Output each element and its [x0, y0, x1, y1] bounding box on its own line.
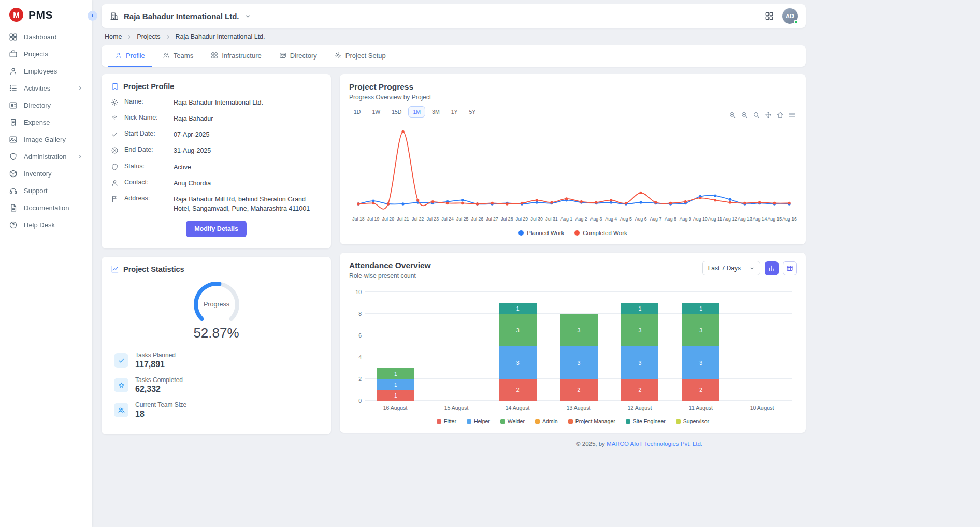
legend-fitter[interactable]: Fitter	[437, 418, 456, 424]
employees-icon	[9, 67, 18, 76]
pan-icon[interactable]	[765, 111, 772, 119]
modify-details-button[interactable]: Modify Details	[186, 221, 247, 237]
home-icon[interactable]	[776, 111, 784, 119]
legend-admin[interactable]: Admin	[535, 418, 558, 424]
sidebar-item-label: Image Gallery	[24, 136, 66, 143]
zoom-out-icon[interactable]	[741, 111, 748, 119]
avatar[interactable]: AD	[782, 8, 798, 24]
range-1y-button[interactable]: 1Y	[446, 106, 463, 118]
sidebar-item-label: Activities	[24, 84, 50, 92]
bar-12-august: 2331	[609, 292, 670, 401]
date-range-select[interactable]: Last 7 Days	[702, 261, 760, 275]
sidebar-item-expense[interactable]: Expense	[0, 114, 92, 131]
sidebar-item-projects[interactable]: Projects	[0, 46, 92, 63]
chart-line-icon	[111, 265, 119, 273]
inventory-icon	[9, 169, 18, 178]
x-circle-icon	[111, 147, 119, 154]
tab-project-setup[interactable]: Project Setup	[327, 45, 393, 67]
field-value: Anuj Chordia	[174, 179, 322, 188]
bar-segment-welder[interactable]: 3	[621, 314, 658, 346]
sidebar-item-activities[interactable]: Activities	[0, 80, 92, 97]
svg-text:Aug 7: Aug 7	[650, 216, 661, 222]
field-label: Address:	[124, 195, 168, 202]
tab-infrastructure[interactable]: Infrastructure	[204, 45, 269, 67]
app-name: PMS	[28, 9, 53, 21]
bar-segment-welder[interactable]: 1	[377, 368, 414, 379]
sidebar-item-dashboard[interactable]: Dashboard	[0, 28, 92, 46]
legend-site-engineer[interactable]: Site Engineer	[626, 418, 666, 424]
bar-segment-welder[interactable]: 3	[499, 314, 537, 346]
range-1m-button[interactable]: 1M	[408, 106, 425, 118]
sidebar-item-administration[interactable]: Administration	[0, 148, 92, 165]
sidebar-item-directory[interactable]: Directory	[0, 97, 92, 114]
bar-segment-fitter[interactable]: 2	[560, 379, 598, 401]
sidebar-item-employees[interactable]: Employees	[0, 63, 92, 80]
sidebar-item-image-gallery[interactable]: Image Gallery	[0, 131, 92, 148]
breadcrumb-item-projects[interactable]: Projects	[137, 33, 160, 40]
zoom-in-icon[interactable]	[729, 111, 736, 119]
legend-helper[interactable]: Helper	[467, 418, 490, 424]
bar-chart-view-button[interactable]	[765, 261, 779, 275]
svg-text:Jul 26: Jul 26	[471, 216, 483, 222]
legend-planned-work[interactable]: Planned Work	[518, 230, 564, 236]
breadcrumb-item-home[interactable]: Home	[105, 33, 122, 40]
sidebar-item-inventory[interactable]: Inventory	[0, 165, 92, 182]
y-axis-tick: 6	[351, 332, 362, 339]
range-3m-button[interactable]: 3M	[427, 106, 444, 118]
tab-teams[interactable]: Teams	[155, 45, 200, 67]
bar-15-august	[426, 292, 487, 401]
sidebar-collapse-button[interactable]: ‹	[88, 11, 97, 21]
bar-segment-welder[interactable]: 3	[682, 314, 719, 346]
zoom-icon[interactable]	[753, 111, 760, 119]
bar-segment-helper[interactable]: 3	[499, 346, 537, 379]
footer-link[interactable]: MARCO AIoT Technologies Pvt. Ltd.	[607, 441, 702, 447]
app-logo[interactable]: M PMS	[0, 0, 92, 28]
legend-project-manager[interactable]: Project Manager	[568, 418, 615, 424]
stat-tasks-planned: Tasks Planned 117,891	[114, 352, 322, 369]
bar-segment-helper[interactable]: 1	[377, 379, 414, 390]
bar-segment-fitter[interactable]: 1	[377, 390, 414, 401]
legend-supervisor[interactable]: Supervisor	[676, 418, 709, 424]
table-view-button[interactable]	[783, 261, 797, 275]
bar-16-august: 111	[365, 292, 426, 401]
bar-x-labels: 16 August15 August14 August13 August12 A…	[365, 405, 792, 411]
legend-welder[interactable]: Welder	[500, 418, 525, 424]
administration-icon	[9, 152, 18, 161]
top-header: Raja Bahadur International Ltd. AD	[102, 4, 806, 28]
range-15d-button[interactable]: 15D	[387, 106, 406, 118]
sidebar-item-support[interactable]: Support	[0, 182, 92, 199]
range-1d-button[interactable]: 1D	[349, 106, 365, 118]
apps-grid-icon[interactable]	[765, 11, 774, 21]
bar-segment-site-engineer[interactable]: 1	[621, 303, 658, 314]
field-label: End Date:	[124, 146, 168, 153]
bar-segment-fitter[interactable]: 2	[499, 379, 537, 401]
sidebar-item-help-desk[interactable]: Help Desk	[0, 216, 92, 233]
bar-11-august: 2331	[670, 292, 731, 401]
svg-text:Aug 14: Aug 14	[753, 216, 767, 222]
bar-segment-helper[interactable]: 3	[621, 346, 658, 379]
bar-segment-site-engineer[interactable]: 1	[682, 303, 719, 314]
bar-segment-fitter[interactable]: 2	[682, 379, 719, 401]
tab-profile[interactable]: Profile	[108, 45, 152, 67]
bar-segment-site-engineer[interactable]: 1	[499, 303, 537, 314]
project-selector[interactable]: Raja Bahadur International Ltd.	[110, 12, 251, 21]
menu-icon[interactable]	[788, 111, 796, 119]
tab-directory[interactable]: Directory	[272, 45, 324, 67]
range-5y-button[interactable]: 5Y	[464, 106, 480, 118]
bar-10-august	[731, 292, 792, 401]
bar-segment-helper[interactable]: 3	[682, 346, 719, 379]
x-axis-label: 13 August	[548, 405, 609, 411]
bar-segment-fitter[interactable]: 2	[621, 379, 658, 401]
range-1w-button[interactable]: 1W	[367, 106, 385, 118]
svg-text:Aug 3: Aug 3	[590, 216, 602, 222]
line-chart-svg[interactable]: Jul 18Jul 19Jul 20Jul 21Jul 22Jul 23Jul …	[349, 122, 797, 227]
svg-text:Jul 22: Jul 22	[412, 216, 424, 222]
bar-segment-helper[interactable]: 3	[560, 346, 598, 379]
stat-tasks-completed: Tasks Completed 62,332	[114, 376, 322, 394]
logo-mark-icon: M	[9, 8, 23, 22]
profile-field-start-date: Start Date:07-Apr-2025	[111, 130, 322, 139]
sidebar-item-documentation[interactable]: Documentation	[0, 199, 92, 216]
shield-icon	[111, 163, 119, 171]
bar-segment-welder[interactable]: 3	[560, 314, 598, 346]
legend-completed-work[interactable]: Completed Work	[574, 230, 627, 236]
